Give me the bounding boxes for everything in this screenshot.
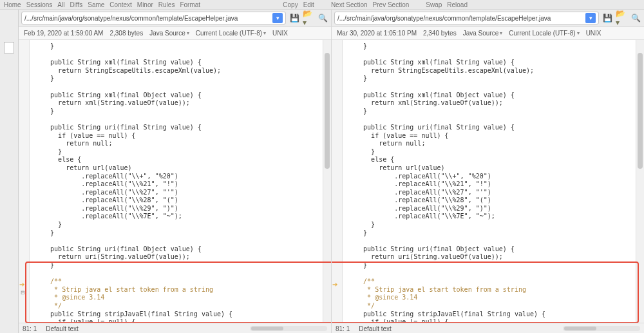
menu-copy[interactable]: Copy [283, 1, 298, 8]
menu-minor[interactable]: Minor [137, 1, 153, 8]
menu-all[interactable]: All [57, 1, 64, 8]
left-path-bar: /.../src/main/java/org/sonatype/nexus/co… [19, 10, 331, 27]
scrollbar-thumb[interactable] [638, 53, 643, 169]
left-cursor-pos: 81: 1 [23, 325, 37, 332]
left-line-gutter: ➔ ⊟ [19, 40, 30, 323]
right-path-text: /.../src/main/java/org/sonatype/nexus/co… [337, 15, 551, 22]
explorer-icon[interactable]: 🔍 [317, 12, 328, 24]
right-pane: /.../src/main/java/org/sonatype/nexus/co… [332, 10, 644, 333]
dropdown-icon[interactable]: ▾ [585, 13, 596, 23]
left-path-text: /.../src/main/java/org/sonatype/nexus/co… [24, 15, 238, 22]
right-mode: Default text [359, 325, 392, 332]
right-line-gutter: ➔ [332, 40, 343, 323]
left-info-bar: Feb 19, 2020 at 1:59:00 AM 2,308 bytes J… [19, 27, 331, 40]
dropdown-icon[interactable]: ▾ [272, 13, 283, 23]
menu-same[interactable]: Same [88, 1, 104, 8]
menu-bar: Home Sessions All Diffs Same Context Min… [0, 0, 644, 10]
menu-swap[interactable]: Swap [426, 1, 442, 8]
left-bytes: 2,308 bytes [109, 30, 143, 37]
menu-edit[interactable]: Edit [303, 1, 314, 8]
menu-prev-section[interactable]: Prev Section [373, 1, 410, 8]
left-date: Feb 19, 2020 at 1:59:00 AM [24, 30, 103, 37]
right-editor[interactable]: ➔ } public String xml(final String value… [332, 40, 644, 323]
left-vscrollbar[interactable] [323, 40, 331, 323]
right-path-bar: /.../src/main/java/org/sonatype/nexus/co… [332, 10, 644, 27]
right-cursor-pos: 81: 1 [336, 325, 350, 332]
code-block: } public String xml(final String value) … [35, 43, 221, 269]
code-block: public String stripJavaEl(final String v… [35, 310, 232, 323]
left-code[interactable]: } public String xml(final String value) … [30, 40, 323, 323]
left-lineend-select[interactable]: UNIX [272, 30, 288, 37]
save-icon[interactable]: 💾 [289, 12, 300, 24]
code-block: public String stripJavaEl(final String v… [348, 310, 545, 323]
code-block: } public String xml(final String value) … [348, 43, 534, 269]
overview-gutter[interactable] [0, 10, 19, 333]
folder-open-icon[interactable]: 📂▾ [616, 12, 627, 24]
code-comment: /** * Strip java el start token from a s… [348, 278, 526, 309]
explorer-icon[interactable]: 🔍 [630, 12, 641, 24]
folder-open-icon[interactable]: 📂▾ [303, 12, 314, 24]
menu-sessions[interactable]: Sessions [26, 1, 53, 8]
left-locale-select[interactable]: Current Locale (UTF-8)▾ [196, 30, 266, 37]
menu-reload[interactable]: Reload [447, 1, 468, 8]
right-bytes: 2,340 bytes [423, 30, 457, 37]
right-status-bar: 81: 1 Default text [332, 323, 644, 333]
left-path-combo[interactable]: /.../src/main/java/org/sonatype/nexus/co… [21, 12, 286, 24]
hscroll-thumb[interactable] [251, 327, 283, 330]
right-locale-select[interactable]: Current Locale (UTF-8)▾ [509, 30, 579, 37]
menu-context[interactable]: Context [109, 1, 131, 8]
left-editor[interactable]: ➔ ⊟ } public String xml(final String val… [19, 40, 331, 323]
left-pane: /.../src/main/java/org/sonatype/nexus/co… [19, 10, 332, 333]
menu-home[interactable]: Home [4, 1, 21, 8]
left-status-bar: 81: 1 Default text [19, 323, 331, 333]
right-source-select[interactable]: Java Source▾ [463, 30, 503, 37]
code-comment: /** * Strip java el start token from a s… [35, 278, 213, 309]
right-info-bar: Mar 30, 2020 at 1:05:10 PM 2,340 bytes J… [332, 27, 644, 40]
diff-arrow-icon: ➔ [332, 281, 337, 288]
diff-arrow-icon: ➔ [19, 281, 24, 288]
scrollbar-thumb[interactable] [325, 53, 330, 169]
left-mode: Default text [46, 325, 79, 332]
menu-diffs[interactable]: Diffs [70, 1, 82, 8]
right-path-combo[interactable]: /.../src/main/java/org/sonatype/nexus/co… [334, 12, 599, 24]
right-vscrollbar[interactable] [636, 40, 644, 323]
fold-minus-icon[interactable]: ⊟ [21, 290, 25, 296]
menu-format[interactable]: Format [180, 1, 200, 8]
left-source-select[interactable]: Java Source▾ [149, 30, 189, 37]
menu-rules[interactable]: Rules [158, 1, 175, 8]
menu-next-section[interactable]: Next Section [331, 1, 368, 8]
save-icon[interactable]: 💾 [601, 12, 613, 24]
hscroll-thumb[interactable] [564, 327, 596, 330]
right-hscrollbar[interactable] [563, 326, 640, 331]
right-code[interactable]: } public String xml(final String value) … [343, 40, 636, 323]
right-lineend-select[interactable]: UNIX [586, 30, 601, 37]
overview-thumbnail [4, 42, 14, 53]
right-date: Mar 30, 2020 at 1:05:10 PM [337, 30, 417, 37]
left-hscrollbar[interactable] [250, 326, 327, 331]
